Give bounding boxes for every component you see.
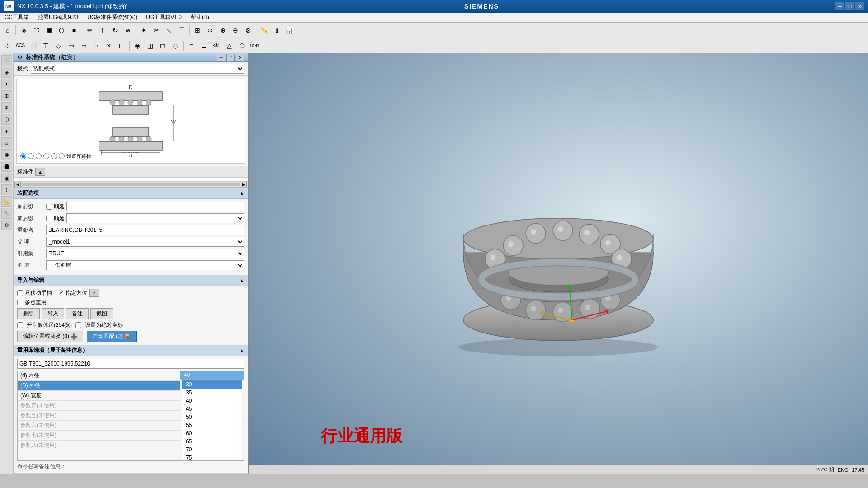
val-item-75[interactable]: 75 (182, 454, 242, 460)
tb-trim[interactable]: ✂ (151, 24, 162, 36)
tb-chamfer[interactable]: ◺ (163, 24, 175, 36)
tb-subtract[interactable]: ⊖ (230, 24, 241, 36)
side-btn-7[interactable]: ♦ (1, 126, 12, 136)
tb-combine[interactable]: ⊕ (217, 24, 229, 36)
side-btn-14[interactable]: 🔧 (1, 208, 12, 219)
menu-yanxiu[interactable]: 燕秀UG模具9.23 (33, 13, 83, 22)
std-parts-up[interactable]: ▲ (35, 168, 45, 176)
val-item-40[interactable]: 40 (182, 397, 242, 405)
tree-scroll-right[interactable]: ▶ (241, 182, 247, 187)
tb-dim[interactable]: ⬡ (236, 40, 248, 52)
tb-home[interactable]: ⌂ (2, 24, 14, 36)
side-btn-12[interactable]: ⊹ (1, 184, 12, 195)
tb-move[interactable]: ✦ (138, 24, 150, 36)
tb-box[interactable]: ⬚ (30, 24, 42, 36)
side-btn-10[interactable]: ⬤ (1, 161, 12, 172)
dialog-help[interactable]: ? (226, 54, 235, 61)
tb-wire[interactable]: ◻ (157, 40, 169, 52)
annotate-btn[interactable]: 备注 (66, 308, 89, 319)
refset-select[interactable]: TRUE (46, 249, 244, 258)
tb-revolve[interactable]: ↻ (109, 24, 121, 36)
side-btn-11[interactable]: ▣ (1, 173, 12, 183)
tb-x-view[interactable]: ✕ (103, 40, 115, 52)
tb-frame[interactable]: ⬜ (27, 40, 39, 52)
abs-coord-cb[interactable] (75, 322, 81, 328)
minimize-button[interactable]: ─ (835, 2, 844, 10)
tb-visible[interactable]: 👁 (211, 40, 222, 52)
before-checkbox[interactable] (46, 204, 52, 210)
val-40[interactable]: 40 (180, 371, 244, 380)
library-options-collapse[interactable]: ▲ (240, 348, 244, 353)
assembly-options-header[interactable]: 装配选项 ▲ (14, 188, 248, 199)
val-item-60[interactable]: 60 (182, 429, 242, 437)
tb-layer2[interactable]: ≣ (198, 40, 210, 52)
before-input[interactable] (66, 202, 244, 211)
tb-mirror[interactable]: ⇔ (204, 24, 216, 36)
tb-10h7[interactable]: 10H7 (249, 40, 260, 52)
val-item-70[interactable]: 70 (182, 446, 242, 454)
tb-sketch[interactable]: ✏ (84, 24, 96, 36)
tb-hidden[interactable]: ◌ (170, 40, 181, 52)
dialog-close[interactable]: ✕ (236, 54, 244, 61)
tb-select[interactable]: ◈ (18, 24, 29, 36)
lib-current-value[interactable] (17, 359, 244, 369)
side-btn-5[interactable]: ⊕ (1, 102, 12, 113)
radio-wire3[interactable] (43, 153, 49, 159)
import-btn[interactable]: 导入 (42, 308, 64, 319)
tb-section[interactable]: ⊢ (116, 40, 127, 52)
menu-gctoolbox[interactable]: GC工具箱 (0, 13, 33, 22)
side-btn-4[interactable]: ⊞ (1, 90, 12, 101)
val-item-50[interactable]: 50 (182, 413, 242, 421)
tb-layer[interactable]: ≡ (185, 40, 197, 52)
w-width-row[interactable]: (W) 宽度 (18, 391, 180, 401)
tree-scroll-left[interactable]: ◀ (14, 182, 21, 187)
tb-circle-view[interactable]: ○ (90, 40, 102, 52)
side-btn-15[interactable]: ⚙ (1, 220, 12, 230)
screenshot-btn[interactable]: 截图 (90, 308, 113, 319)
delete-btn[interactable]: 删除 (17, 308, 40, 319)
tb-pattern[interactable]: ⊞ (192, 24, 203, 36)
library-options-header[interactable]: 重用库选项（展开备注信息） ▲ (14, 345, 248, 356)
radio-wire4[interactable] (51, 153, 57, 159)
assembly-options-collapse[interactable]: ▲ (240, 191, 244, 196)
radio-solid[interactable] (20, 153, 26, 159)
import-edit-header[interactable]: 导入与编辑 ▲ (14, 275, 248, 286)
tb-wcs[interactable]: ⊹ (2, 40, 14, 52)
edit-replace-btn[interactable]: 编辑位置或替换 (0) ➕ (17, 331, 83, 342)
val-item-30[interactable]: 30 (182, 380, 242, 389)
dialog-minimize[interactable]: ─ (217, 54, 225, 61)
viewport[interactable]: 行业通用版 25°C 阴 ENG 17:45 (249, 53, 868, 474)
value-list[interactable]: 30 35 40 45 50 55 60 65 70 75 85 95 100 … (182, 380, 242, 460)
restore-button[interactable]: □ (845, 2, 854, 10)
move-only-cb[interactable] (17, 290, 23, 296)
tb-tri[interactable]: △ (223, 40, 235, 52)
side-btn-3[interactable]: ✦ (1, 79, 12, 89)
tb-color[interactable]: ■ (68, 24, 80, 36)
import-edit-collapse[interactable]: ▲ (240, 278, 244, 283)
set-path-label[interactable]: 设置库路径 (66, 153, 91, 160)
tb-extrude[interactable]: ⤒ (97, 24, 108, 36)
rename-input[interactable] (46, 225, 244, 235)
param6-row[interactable]: 参数六(未使用) (18, 421, 180, 431)
val-item-45[interactable]: 45 (182, 405, 242, 413)
side-btn-6[interactable]: ⬡ (1, 114, 12, 125)
side-btn-1[interactable]: ☰ (1, 55, 12, 66)
tb-cube[interactable]: ▣ (43, 24, 55, 36)
after-checkbox[interactable] (46, 216, 52, 221)
multi-point-cb[interactable] (17, 300, 23, 305)
mode-select[interactable]: 装配模式 (31, 64, 244, 74)
param8-row[interactable]: 参数八(未使用) (18, 441, 180, 450)
tb-measure[interactable]: 📏 (258, 24, 270, 36)
param5-row[interactable]: 参数五(未使用) (18, 411, 180, 421)
d-inner-row[interactable]: (d) 内径 (18, 371, 180, 381)
parent-select[interactable]: _model1 (46, 237, 244, 247)
auto-match-btn[interactable]: 自动匹配 (0) 📦 (87, 331, 137, 342)
tb-view-top[interactable]: ⊤ (40, 40, 52, 52)
param4-row[interactable]: 参数四(未使用) (18, 401, 180, 411)
side-btn-2[interactable]: ◈ (1, 67, 12, 78)
tb-acs[interactable]: ACS (14, 40, 26, 52)
menu-ugstandard[interactable]: UG标准件系统(红宾) (83, 13, 142, 22)
val-item-55[interactable]: 55 (182, 421, 242, 429)
val-item-35[interactable]: 35 (182, 389, 242, 397)
d-outer-row[interactable]: (D) 外径 (18, 381, 180, 391)
